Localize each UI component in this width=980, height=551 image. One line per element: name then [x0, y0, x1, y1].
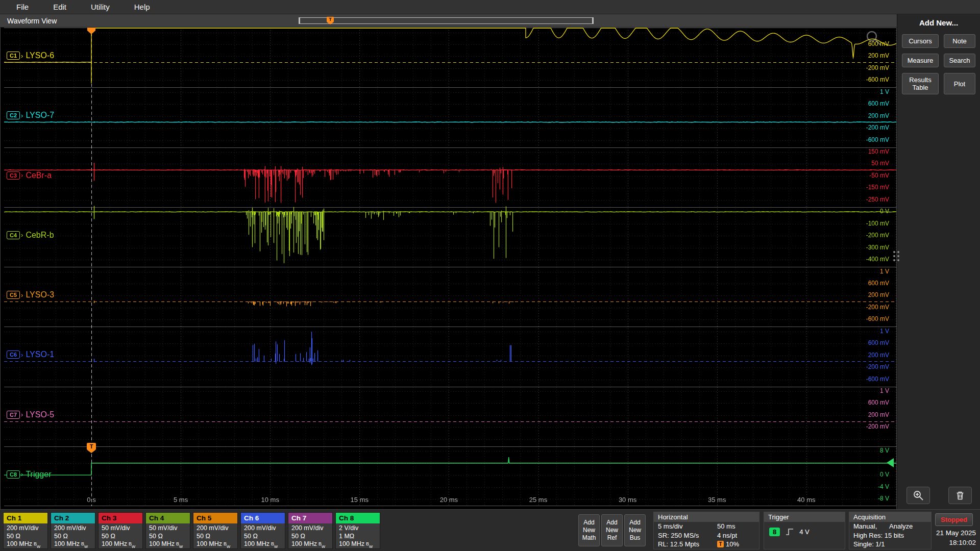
setting-line: 50 mV/div: [149, 524, 190, 533]
channel-badge-C6[interactable]: C6›LYSO-1: [7, 350, 54, 359]
setting-line: 100 MHzBW: [291, 540, 332, 550]
sidebar-button-results-table[interactable]: Results Table: [902, 73, 939, 94]
sidebar-button-plot[interactable]: Plot: [944, 73, 975, 94]
menu-edit[interactable]: Edit: [41, 3, 79, 11]
scale-label-C2-4: -600 mV: [866, 136, 889, 143]
scale-label-C8-0: 8 V: [880, 447, 889, 454]
zoom-tool-button[interactable]: [906, 487, 930, 504]
horizontal-panel-title: Horizontal: [654, 512, 759, 522]
bandwidth-limit-sub: W: [274, 544, 278, 549]
trigger-position-marker[interactable]: T: [327, 17, 334, 24]
scale-label-C3-1: 50 mV: [871, 160, 889, 167]
run-state-button[interactable]: Stopped: [935, 513, 973, 526]
horizontal-position-overview[interactable]: T: [299, 17, 594, 24]
bottom-channel-badge-6[interactable]: Ch 6200 mV/div50 Ω100 MHzBW: [240, 512, 285, 549]
setting-line: 100 MHzBW: [102, 540, 142, 550]
scale-label-C4-1: -100 mV: [866, 220, 889, 227]
scale-label-C5-4: -600 mV: [866, 315, 889, 322]
channel-tag-C4: C4: [7, 231, 20, 239]
channel-tag-C3: C3: [7, 171, 20, 180]
trigger-panel-title: Trigger: [764, 512, 845, 522]
channel-name-C1: LYSO-6: [26, 51, 54, 60]
channel-badge-C5[interactable]: C5›LYSO-3: [7, 290, 54, 299]
channel-badge-label: Ch 7: [288, 513, 332, 523]
channel-tag-C1: C1: [7, 52, 20, 60]
add-new-bus-button[interactable]: AddNewBus: [624, 514, 646, 546]
scale-label-C5-3: -200 mV: [866, 304, 889, 311]
waveform-view-title: Waveform View: [7, 17, 57, 25]
bottom-channel-badge-7[interactable]: Ch 7200 mV/div50 Ω100 MHzBW: [288, 512, 333, 549]
channel-badge-C3[interactable]: C3›CeBr-a: [7, 171, 52, 180]
channel-tag-arrow-icon: ›: [21, 52, 23, 60]
menu-utility[interactable]: Utility: [79, 3, 122, 11]
scale-label-C7-3: -200 mV: [866, 423, 889, 430]
scale-label-C5-2: 200 mV: [868, 291, 889, 298]
sidebar-button-search[interactable]: Search: [944, 54, 975, 67]
time-label: 18:10:02: [915, 538, 976, 547]
bottom-channel-badge-5[interactable]: Ch 5200 mV/div50 Ω100 MHzBW: [193, 512, 238, 549]
horizontal-resolution: 4 ns/pt: [717, 531, 754, 540]
scale-label-C4-4: -400 mV: [866, 256, 889, 263]
horizontal-duration: 50 ms: [717, 522, 754, 531]
channel-tag-arrow-icon: ›: [21, 351, 23, 359]
menu-file[interactable]: File: [4, 3, 41, 11]
panel-drag-handle[interactable]: [893, 251, 899, 261]
bottom-channel-badge-4[interactable]: Ch 450 mV/div50 Ω100 MHzBW: [145, 512, 190, 549]
time-axis-label-8: 40 ms: [797, 496, 815, 504]
add-new-math-button[interactable]: AddNewMath: [578, 514, 600, 546]
add-new-button-grid: CursorsNoteMeasureSearchResults TablePlo…: [897, 34, 980, 94]
channel-badge-C8[interactable]: C8›Trigger: [7, 470, 52, 479]
channel-tag-arrow-icon: ›: [21, 231, 23, 239]
time-axis-label-3: 15 ms: [351, 496, 369, 504]
menu-help[interactable]: Help: [122, 3, 162, 11]
scale-label-C6-3: -200 mV: [866, 363, 889, 370]
date-label: 21 May 2025: [915, 528, 976, 538]
sidebar-button-measure[interactable]: Measure: [902, 54, 939, 67]
bottom-channel-badge-1[interactable]: Ch 1200 mV/div50 Ω100 MHzBW: [3, 512, 48, 549]
trigger-level-t-icon: T: [87, 443, 96, 450]
horizontal-panel[interactable]: Horizontal 5 ms/div50 ms SR: 250 MS/s4 n…: [653, 512, 760, 549]
channel-badge-C1[interactable]: C1›LYSO-6: [7, 51, 54, 60]
trash-button[interactable]: [948, 487, 972, 504]
channel-badge-C7[interactable]: C7›LYSO-5: [7, 410, 54, 419]
setting-line: 100 MHzBW: [339, 540, 380, 550]
waveform-plot[interactable]: T C1›LYSO-6600 mV200 mV-200 mV-600 mVC2›…: [0, 28, 897, 509]
trigger-marker-pointer-icon: [87, 31, 95, 34]
channel-tag-C6: C6: [7, 350, 20, 359]
channel-name-C3: CeBr-a: [26, 171, 52, 180]
oscilloscope-app: { "menu": {"items": ["File", "Edit", "Ut…: [0, 0, 980, 551]
sidebar-button-cursors[interactable]: Cursors: [902, 34, 939, 48]
sidebar-button-note[interactable]: Note: [944, 34, 975, 48]
bottom-channel-badge-8[interactable]: Ch 82 V/div1 MΩ100 MHzBW: [335, 512, 380, 549]
channel-badge-label: Ch 1: [4, 513, 47, 523]
bottom-channel-badge-2[interactable]: Ch 2200 mV/div50 Ω100 MHzBW: [51, 512, 95, 549]
bandwidth-limit-sub: W: [322, 544, 325, 549]
channel-name-C4: CebR-b: [26, 231, 54, 240]
trigger-panel[interactable]: Trigger 8 4 V: [764, 512, 845, 549]
setting-line: 100 MHzBW: [7, 540, 47, 550]
scale-label-C2-2: 200 mV: [868, 112, 889, 119]
acquisition-detail: High Res: 15 bits: [853, 531, 904, 540]
channel-name-C6: LYSO-1: [26, 350, 54, 359]
add-new-ref-button[interactable]: AddNewRef: [601, 514, 623, 546]
trigger-level-marker[interactable]: T: [87, 443, 96, 453]
bandwidth-limit-sub: W: [369, 544, 373, 549]
setting-line: 100 MHzBW: [197, 540, 237, 550]
channel-badge-settings: 50 mV/div50 Ω100 MHzBW: [99, 523, 142, 548]
bottom-channel-badge-3[interactable]: Ch 350 mV/div50 Ω100 MHzBW: [98, 512, 143, 549]
setting-line: 100 MHzBW: [244, 540, 285, 550]
channel-badge-C2[interactable]: C2›LYSO-7: [7, 111, 54, 120]
bandwidth-limit-sub: W: [179, 544, 183, 549]
channel-tag-arrow-icon: ›: [21, 112, 23, 119]
trigger-time-marker[interactable]: [87, 28, 95, 34]
channel-badge-settings: 2 V/div1 MΩ100 MHzBW: [336, 523, 380, 548]
scale-label-C4-0: 0 V: [880, 208, 889, 215]
channel8-reference-arrow-icon[interactable]: [887, 458, 894, 467]
channel-badge-C4[interactable]: C4›CebR-b: [7, 231, 54, 240]
menu-bar: FileEditUtilityHelp: [0, 0, 980, 14]
channel-name-C2: LYSO-7: [26, 111, 54, 120]
trigger-t-icon: T: [327, 17, 334, 22]
waveform-canvas[interactable]: [4, 28, 897, 506]
scale-label-C2-1: 600 mV: [868, 100, 889, 107]
time-axis-label-0: 0 s: [87, 496, 95, 504]
